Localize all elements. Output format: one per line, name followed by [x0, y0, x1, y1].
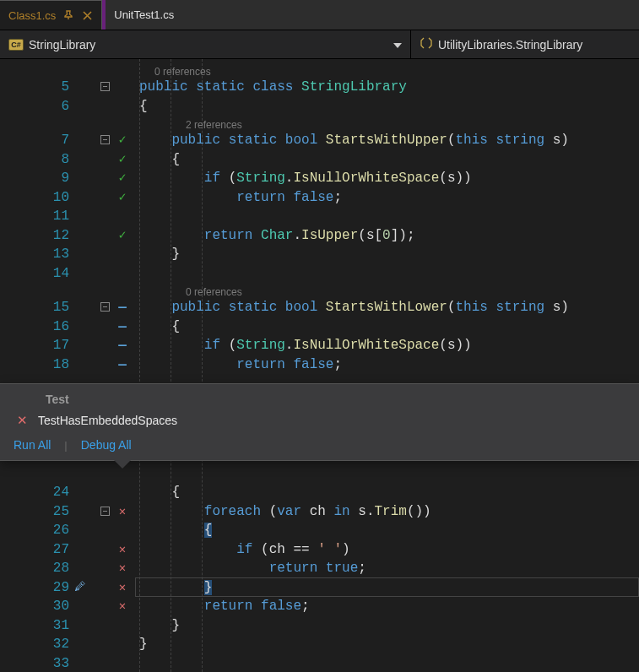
fold-toggle[interactable] — [97, 502, 112, 522]
test-status-margin: ✓ — [113, 131, 132, 151]
test-status-margin: ✓ — [113, 150, 132, 171]
line-number: 24 — [0, 483, 78, 502]
popup-heading: Test — [0, 384, 639, 408]
line-number: 5 — [0, 78, 78, 97]
test-status-margin: — — [113, 298, 132, 317]
line-number: 28 — [0, 559, 78, 578]
nav-scope-dropdown[interactable]: C# StringLibrary — [0, 30, 411, 58]
tab-unittest1[interactable]: UnitTest1.cs — [102, 0, 182, 30]
code-line[interactable]: return false; — [139, 355, 342, 375]
code-line[interactable]: if (String.IsNullOrWhiteSpace(s)) — [139, 336, 472, 355]
tab-class1[interactable]: Class1.cs — [0, 0, 102, 30]
test-status-margin: ✓ — [113, 188, 132, 209]
code-line[interactable]: } — [139, 635, 148, 654]
test-status-margin: ✓ — [113, 226, 132, 247]
line-number: 11 — [0, 207, 78, 226]
test-fail-icon: ✕ — [119, 581, 126, 594]
csharp-icon: C# — [8, 39, 24, 51]
not-covered-icon: — — [118, 338, 127, 353]
popup-pointer — [114, 460, 131, 469]
color-picker-icon[interactable]: 🖉 — [74, 578, 85, 598]
test-pass-icon: ✓ — [118, 191, 126, 205]
line-number: 10 — [0, 188, 78, 208]
nav-scope-text: StringLibrary — [29, 38, 95, 51]
close-icon[interactable] — [81, 9, 93, 21]
line-number: 18 — [0, 355, 78, 375]
test-fail-icon: ✕ — [119, 599, 126, 613]
line-number: 25 — [0, 502, 78, 522]
test-fail-icon: ✕ — [119, 561, 126, 575]
line-number: 12 — [0, 226, 78, 246]
test-pass-icon: ✓ — [118, 229, 126, 243]
failed-test-name: TestHasEmbeddedSpaces — [38, 414, 177, 427]
code-line[interactable]: if (String.IsNullOrWhiteSpace(s)) — [139, 169, 472, 188]
tab-label: Class1.cs — [8, 9, 56, 22]
test-pass-icon: ✓ — [118, 171, 126, 186]
test-status-margin: ✕ — [113, 559, 132, 578]
debug-all-link[interactable]: Debug All — [81, 438, 132, 452]
test-pass-icon: ✓ — [118, 153, 126, 167]
fold-toggle[interactable] — [97, 78, 112, 97]
tab-bar: Class1.cs UnitTest1.cs — [0, 0, 639, 30]
code-editor[interactable]: 0 references5public static class StringL… — [0, 59, 639, 672]
code-line[interactable]: { — [139, 483, 180, 502]
not-covered-icon: — — [118, 319, 127, 334]
line-number: 14 — [0, 264, 78, 284]
failed-test-row[interactable]: ✕ TestHasEmbeddedSpaces — [0, 408, 639, 433]
not-covered-icon: — — [118, 357, 127, 372]
chevron-down-icon — [393, 38, 402, 51]
code-line[interactable]: public static bool StartsWithLower(this … — [139, 298, 569, 317]
line-number: 31 — [0, 616, 78, 636]
line-number: 17 — [0, 336, 78, 355]
test-fail-icon: ✕ — [119, 543, 126, 556]
test-status-margin: ✓ — [113, 169, 132, 189]
navigation-bar: C# StringLibrary UtilityLibraries.String… — [0, 30, 639, 59]
run-all-link[interactable]: Run All — [14, 438, 51, 452]
line-number: 30 — [0, 597, 78, 616]
code-line[interactable]: public static bool StartsWithUpper(this … — [139, 131, 569, 150]
code-line[interactable]: foreach (var ch in s.Trim()) — [139, 502, 431, 522]
line-number: 27 — [0, 540, 78, 560]
pin-icon[interactable] — [62, 9, 74, 21]
code-line[interactable]: return true; — [139, 559, 366, 578]
codelens-test-popup: Test ✕ TestHasEmbeddedSpaces Run All | D… — [0, 383, 639, 461]
code-line[interactable]: { — [139, 317, 180, 337]
test-status-margin: ✕ — [113, 597, 132, 616]
code-line[interactable]: return Char.IsUpper(s[0]); — [139, 226, 415, 246]
nav-type-dropdown[interactable]: UtilityLibraries.StringLibrary — [411, 30, 639, 58]
code-line[interactable]: } — [139, 245, 180, 264]
line-number: 15 — [0, 298, 78, 317]
fold-toggle[interactable] — [97, 298, 112, 317]
test-status-margin: — — [113, 355, 132, 375]
line-number: 26 — [0, 521, 78, 540]
not-covered-icon: — — [118, 300, 127, 315]
test-status-margin: ✕ — [113, 502, 132, 522]
code-line[interactable]: if (ch == ' ') — [139, 540, 350, 560]
code-line[interactable]: return false; — [139, 597, 310, 616]
popup-actions: Run All | Debug All — [0, 433, 639, 460]
test-fail-icon: ✕ — [17, 413, 28, 428]
tab-label: UnitTest1.cs — [114, 8, 174, 21]
code-line[interactable]: } — [139, 616, 180, 636]
namespace-icon — [420, 36, 433, 52]
line-number: 32 — [0, 635, 78, 654]
test-status-margin: — — [113, 317, 132, 337]
code-line[interactable]: public static class StringLibrary — [139, 78, 407, 97]
test-status-margin: ✕ — [113, 578, 132, 598]
test-status-margin: — — [113, 336, 132, 355]
line-number: 13 — [0, 245, 78, 264]
line-number: 9 — [0, 169, 78, 188]
code-line[interactable]: { — [139, 150, 180, 170]
line-number: 33 — [0, 654, 78, 673]
code-line[interactable]: return false; — [139, 188, 342, 208]
code-line[interactable]: { — [139, 97, 148, 117]
separator: | — [64, 439, 67, 452]
line-number: 29 — [0, 578, 78, 598]
editor-window: Class1.cs UnitTest1.cs C# StringLibrary … — [0, 0, 639, 672]
test-fail-icon: ✕ — [119, 505, 126, 518]
code-line[interactable]: } — [139, 578, 212, 598]
fold-toggle[interactable] — [97, 131, 112, 150]
line-number: 16 — [0, 317, 78, 337]
code-line[interactable]: { — [139, 521, 212, 540]
line-number: 7 — [0, 131, 78, 150]
